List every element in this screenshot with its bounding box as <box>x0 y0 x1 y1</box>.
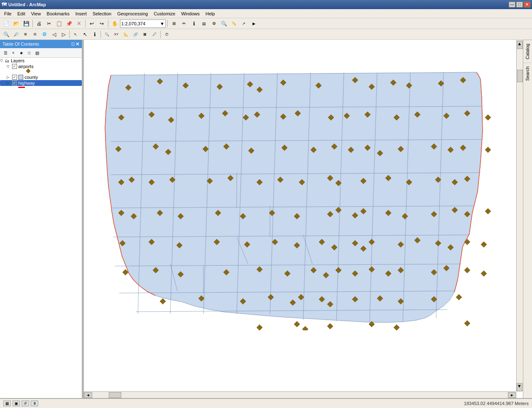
close-button[interactable]: ✕ <box>524 2 530 7</box>
map-area[interactable]: ▲ ▼ ◄ ► <box>84 40 523 398</box>
find-tool[interactable]: 🔍 <box>102 30 111 39</box>
right-panel: Catalog Search <box>523 40 532 398</box>
cut-button[interactable]: ✂ <box>44 19 54 28</box>
status-layout-view[interactable]: ▣ <box>12 401 20 406</box>
scroll-left-btn[interactable]: ◄ <box>84 392 92 398</box>
pan-button[interactable]: ✋ <box>110 19 119 28</box>
title-bar-controls: — □ ✕ <box>509 2 530 7</box>
search-tab[interactable]: Search <box>523 63 532 84</box>
toolbar-tools: 🔍 🔎 ⊞ ⊟ 🌐 ◁ ▷ ↖ ↖ ℹ 🔍 XY 📐 🔗 ▦ 🔎 ⏱ <box>0 29 532 40</box>
scroll-down-btn[interactable]: ▼ <box>517 383 522 391</box>
layer-county[interactable]: ▷ ✓ county <box>0 74 82 80</box>
group-folder-icon: 🗂 <box>5 59 9 63</box>
delete-button[interactable]: ✕ <box>74 19 83 28</box>
airports-symbol <box>26 68 30 73</box>
catalog-tab[interactable]: Catalog <box>523 40 532 63</box>
sep5 <box>69 31 70 38</box>
status-bar: ▦ ▣ ↺ ⏸ 183453.02 4494414.987 Meters <box>0 398 532 408</box>
table-button[interactable]: ▤ <box>199 19 208 28</box>
menu-customize[interactable]: Customize <box>151 10 178 17</box>
layer-airports[interactable]: ▽ ✓ airports <box>0 64 82 69</box>
sep6 <box>101 31 101 38</box>
scale-dropdown[interactable]: 1:2,070,374 ▼ <box>120 20 166 28</box>
layers-group-header[interactable]: ▽ 🗂 Layers <box>0 58 82 64</box>
title-bar-left: 🗺 Untitled - ArcMap <box>2 2 46 7</box>
toc-toolbar: ☰ ≡ ◉ ◻ ▤ <box>0 48 82 58</box>
toc-source-view[interactable]: ≡ <box>10 49 17 56</box>
menu-insert[interactable]: Insert <box>73 10 89 17</box>
menu-selection[interactable]: Selection <box>90 10 114 17</box>
sep7 <box>160 31 161 38</box>
print-button[interactable]: 🖨 <box>34 19 44 28</box>
toc-float-button[interactable]: ◫ <box>71 42 75 47</box>
scroll-up-btn[interactable]: ▲ <box>517 41 523 49</box>
highway-legend <box>0 86 82 88</box>
redo-button[interactable]: ↪ <box>97 19 106 28</box>
scroll-right-btn[interactable]: ► <box>508 392 516 398</box>
hyperlink-tool[interactable]: 🔗 <box>131 30 140 39</box>
feature-inspect[interactable]: 🔎 <box>150 30 159 39</box>
fixed-zoom-in[interactable]: ⊞ <box>21 30 30 39</box>
menu-edit[interactable]: Edit <box>15 10 28 17</box>
menu-help[interactable]: Help <box>203 10 218 17</box>
zoom-next-button[interactable]: ▷ <box>59 30 68 39</box>
time-slider[interactable]: ⏱ <box>162 30 171 39</box>
map-svg <box>96 48 491 330</box>
menu-view[interactable]: View <box>29 10 44 17</box>
toc-options[interactable]: ▤ <box>33 49 41 56</box>
menu-bar: File Edit View Bookmarks Insert Selectio… <box>0 9 532 18</box>
search-button[interactable]: 🔍 <box>219 19 228 28</box>
measure-tool[interactable]: 📐 <box>121 30 130 39</box>
go-to-xy[interactable]: XY <box>112 30 121 39</box>
fixed-zoom-out[interactable]: ⊟ <box>30 30 39 39</box>
field-calc-button[interactable]: ⚙ <box>209 19 218 28</box>
scale-value: 1:2,070,374 <box>121 21 145 26</box>
pan-navigate-button[interactable]: 🌐 <box>40 30 49 39</box>
zoom-out-button[interactable]: 🔎 <box>11 30 20 39</box>
layer-highway[interactable]: ▷ ✓ highway <box>0 80 82 86</box>
new-button[interactable]: 📄 <box>2 19 11 28</box>
route-button[interactable]: ↗ <box>239 19 248 28</box>
county-checkbox[interactable]: ✓ <box>12 75 17 80</box>
identify-button[interactable]: ℹ <box>189 19 199 28</box>
toc-visibility-view[interactable]: ◉ <box>17 49 25 56</box>
html-popup[interactable]: ▦ <box>140 30 150 39</box>
editor-button[interactable]: ✏ <box>179 19 189 28</box>
scroll-thumb-v[interactable] <box>517 70 523 82</box>
airports-checkbox[interactable]: ✓ <box>12 64 17 69</box>
county-label: county <box>25 75 38 80</box>
open-button[interactable]: 📂 <box>12 19 21 28</box>
measure-button[interactable]: 📏 <box>229 19 238 28</box>
scroll-thumb-h[interactable] <box>109 392 121 398</box>
toc-selection-view[interactable]: ◻ <box>25 49 33 56</box>
app-icon: 🗺 <box>2 2 7 7</box>
map-scrollbar-vertical[interactable]: ▲ ▼ <box>516 40 523 391</box>
status-pause[interactable]: ⏸ <box>31 401 38 406</box>
svg-rect-49 <box>485 115 491 120</box>
zoom-in-button[interactable]: 🔍 <box>2 30 11 39</box>
save-button[interactable]: 💾 <box>22 19 31 28</box>
menu-bookmarks[interactable]: Bookmarks <box>44 10 72 17</box>
minimize-button[interactable]: — <box>509 2 515 7</box>
zoom-prev-button[interactable]: ◁ <box>49 30 59 39</box>
toc-list-view[interactable]: ☰ <box>2 49 9 56</box>
county-symbol <box>18 75 23 80</box>
edit-tool[interactable]: ↖ <box>71 30 80 39</box>
paste-button[interactable]: 📌 <box>64 19 74 28</box>
menu-file[interactable]: File <box>2 10 14 17</box>
status-refresh[interactable]: ↺ <box>22 401 29 406</box>
full-extent-button[interactable]: ⊞ <box>169 19 179 28</box>
map-scrollbar-horizontal[interactable]: ◄ ► <box>84 391 516 398</box>
dropdown-arrow: ▼ <box>160 21 164 26</box>
toc-close-button[interactable]: ✕ <box>76 42 79 47</box>
identify-tool[interactable]: ℹ <box>90 30 99 39</box>
copy-button[interactable]: 📋 <box>54 19 64 28</box>
menu-windows[interactable]: Windows <box>179 10 202 17</box>
menu-geoprocessing[interactable]: Geoprocessing <box>115 10 150 17</box>
undo-button[interactable]: ↩ <box>87 19 96 28</box>
geoprocessing-btn[interactable]: ▶ <box>249 19 258 28</box>
maximize-button[interactable]: □ <box>516 2 523 7</box>
highway-checkbox[interactable]: ✓ <box>12 81 17 86</box>
status-data-view[interactable]: ▦ <box>3 401 11 406</box>
select-tool[interactable]: ↖ <box>81 30 90 39</box>
